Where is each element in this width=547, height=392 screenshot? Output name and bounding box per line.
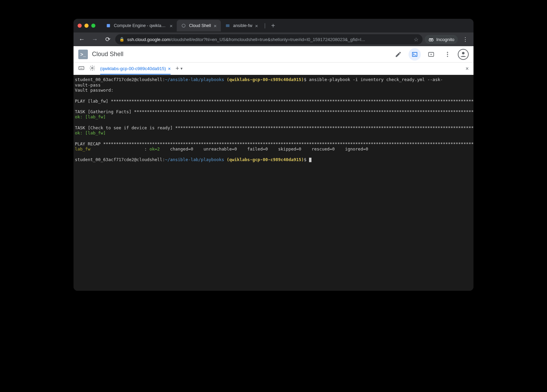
incognito-label: Incognito [436, 37, 454, 42]
command-text: ansible-playbook -i inventory check_read… [306, 77, 443, 82]
shell-tab-label: (qwiklabs-gcp-00-c989c40da915) [100, 66, 166, 71]
close-panel-icon[interactable]: × [466, 66, 469, 72]
svg-point-3 [429, 39, 431, 41]
prompt-project: (qwiklabs-gcp-00-c989c40da915) [227, 77, 304, 82]
play-recap-header: PLAY RECAP *****************************… [75, 141, 473, 146]
svg-point-7 [447, 52, 448, 53]
chrome-menu-button[interactable]: ⋮ [460, 36, 471, 43]
recap-host: lab_fw [75, 146, 90, 152]
lock-icon: 🔒 [119, 37, 124, 42]
panos-icon [225, 23, 230, 28]
prompt-user: student_00_63acf717cde2@cloudshell [75, 77, 162, 82]
task-ok: ok: [lab_fw] [75, 130, 106, 135]
back-button[interactable]: ← [76, 34, 87, 45]
add-shell-tab-button[interactable]: +▼ [175, 65, 183, 72]
task-ok: ok: [lab_fw] [75, 114, 106, 119]
close-tab-icon[interactable]: × [214, 23, 217, 29]
close-window-button[interactable] [78, 24, 82, 28]
vault-prompt: Vault password: [75, 88, 114, 93]
tab-label: Cloud Shell [189, 23, 211, 28]
play-header: PLAY [lab_fw] **************************… [75, 99, 473, 104]
app-title: Cloud Shell [92, 51, 123, 58]
browser-tabs: Compute Engine - qwiklabs-gc × Cloud She… [102, 19, 469, 32]
omnibox[interactable]: 🔒 ssh.cloud.google.com/cloudshell/editor… [115, 34, 423, 44]
reload-button[interactable]: ⟳ [102, 34, 113, 45]
tab-compute-engine[interactable]: Compute Engine - qwiklabs-gc × [102, 20, 177, 31]
shell-tab-project[interactable]: (qwiklabs-gcp-00-c989c40da915) × [100, 63, 171, 75]
terminal-button[interactable] [409, 48, 421, 61]
titlebar: Compute Engine - qwiklabs-gc × Cloud She… [74, 19, 473, 32]
edit-button[interactable] [392, 48, 404, 61]
prompt-project: (qwiklabs-gcp-00-c989c40da915) [227, 157, 304, 162]
browser-window: Compute Engine - qwiklabs-gc × Cloud She… [74, 19, 473, 291]
prompt-path: ~/ansible-lab/playbooks [165, 77, 224, 82]
incognito-icon [428, 36, 434, 42]
url-text: ssh.cloud.google.com/cloudshell/editor?h… [127, 37, 411, 42]
new-tab-button[interactable]: + [268, 22, 279, 30]
close-tab-icon[interactable]: × [255, 23, 258, 29]
svg-rect-2 [226, 24, 229, 27]
cloud-shell-icon [181, 23, 186, 28]
gcp-icon [106, 23, 111, 28]
recap-ok: ok=2 [149, 146, 168, 152]
svg-point-6 [430, 54, 431, 55]
minimize-window-button[interactable] [84, 24, 89, 28]
svg-point-10 [462, 52, 464, 54]
svg-point-8 [447, 54, 448, 55]
maximize-window-button[interactable] [91, 24, 95, 28]
more-menu-button[interactable] [441, 48, 454, 61]
shell-tabbar: (qwiklabs-gcp-00-c989c40da915) × +▼ × [74, 63, 473, 75]
tab-label: Compute Engine - qwiklabs-gc [114, 23, 167, 28]
cloud-shell-logo-icon: >_ [78, 50, 88, 59]
svg-point-4 [431, 39, 433, 41]
svg-point-9 [447, 56, 448, 57]
cloud-shell-appbar: >_ Cloud Shell [74, 46, 473, 63]
svg-point-1 [182, 24, 185, 27]
close-shell-tab-icon[interactable]: × [168, 66, 171, 71]
tab-label: ansible-fw [233, 23, 252, 28]
svg-rect-0 [107, 24, 110, 27]
traffic-lights [78, 24, 95, 28]
svg-rect-11 [79, 67, 84, 70]
preview-button[interactable] [425, 48, 437, 61]
svg-point-12 [92, 67, 93, 69]
prompt-path: ~/ansible-lab/playbooks [165, 157, 224, 162]
recap-stats: changed=0 unreachable=0 failed=0 skipped… [168, 146, 368, 152]
task-check-ready: TASK [Check to see if device is ready] *… [75, 125, 473, 130]
address-bar: ← → ⟳ 🔒 ssh.cloud.google.com/cloudshell/… [74, 32, 473, 46]
forward-button[interactable]: → [89, 34, 100, 45]
tab-ansible-fw[interactable]: ansible-fw × [221, 20, 262, 31]
settings-icon[interactable] [89, 65, 95, 72]
incognito-badge: Incognito [425, 35, 458, 44]
tab-cloud-shell[interactable]: Cloud Shell × [177, 20, 221, 31]
prompt-user: student_00_63acf717cde2@cloudshell [75, 157, 162, 162]
keyboard-icon[interactable] [78, 65, 84, 72]
close-tab-icon[interactable]: × [170, 23, 173, 29]
terminal[interactable]: student_00_63acf717cde2@cloudshell:~/ans… [74, 75, 473, 291]
terminal-cursor [309, 158, 311, 162]
bookmark-star-icon[interactable]: ☆ [414, 36, 418, 43]
account-avatar[interactable] [458, 49, 469, 60]
task-gathering-facts: TASK [Gathering Facts] *****************… [75, 109, 473, 114]
